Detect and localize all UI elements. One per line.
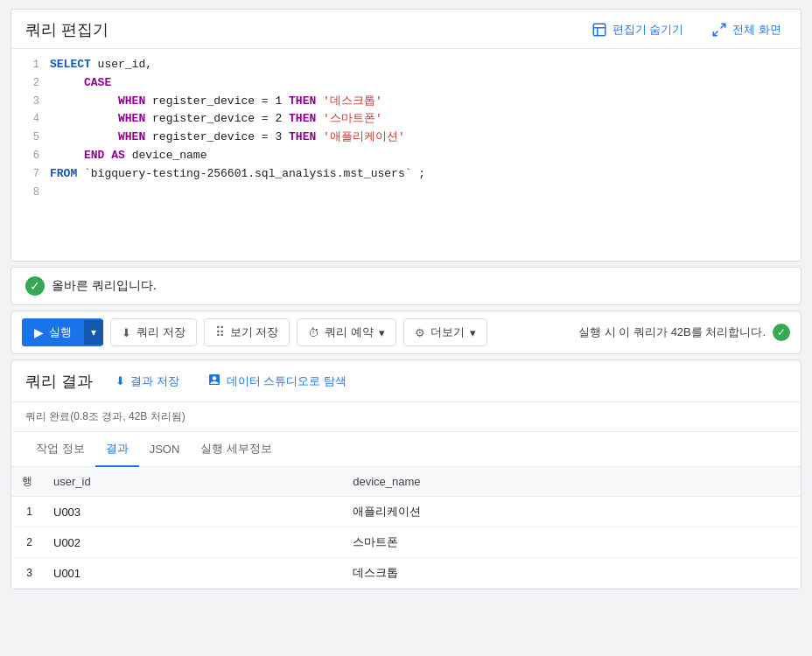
more-button[interactable]: ⚙ 더보기 ▾ xyxy=(403,318,487,346)
code-line-5: 5 WHEN register_device = 3 THEN '애플리케이션' xyxy=(11,129,801,147)
explore-icon xyxy=(207,373,221,389)
code-line-4: 4 WHEN register_device = 2 THEN '스마트폰' xyxy=(11,110,801,129)
table-row: 2 U002 스마트폰 xyxy=(11,527,801,558)
explore-button[interactable]: 데이터 스튜디오로 탐색 xyxy=(202,369,352,393)
run-button-group: ▶ 실행 ▾ xyxy=(22,318,103,346)
editor-section: 쿼리 편집기 편집기 숨기기 xyxy=(10,9,802,262)
code-line-3: 3 WHEN register_device = 1 THEN '데스크톱' xyxy=(11,93,801,111)
row-num-3: 3 xyxy=(11,558,43,589)
results-title: 쿼리 결과 xyxy=(25,371,93,392)
code-line-8: 8 xyxy=(11,184,801,202)
cell-user-id-2: U002 xyxy=(43,527,342,558)
code-line-6: 6 END AS device_name xyxy=(11,147,801,165)
col-header-user-id: user_id xyxy=(43,467,342,497)
cell-user-id-1: U003 xyxy=(43,497,342,527)
page-container: 쿼리 편집기 편집기 숨기기 xyxy=(0,9,812,656)
results-header: 쿼리 결과 ⬇ 결과 저장 데이터 스튜디오로 탐색 xyxy=(11,360,801,402)
cell-device-name-2: 스마트폰 xyxy=(342,527,801,558)
code-line-1: 1 SELECT user_id, xyxy=(11,56,801,74)
save-result-icon: ⬇ xyxy=(116,374,125,387)
save-result-button[interactable]: ⬇ 결과 저장 xyxy=(110,370,185,393)
gear-icon: ⚙ xyxy=(415,326,425,339)
save-view-button[interactable]: ⠿ 보기 저장 xyxy=(204,318,290,346)
save-query-icon: ⬇ xyxy=(122,326,131,339)
col-header-row: 행 xyxy=(11,467,43,497)
svg-line-3 xyxy=(721,24,725,28)
tab-job-info[interactable]: 작업 정보 xyxy=(25,432,95,467)
query-size-info: 실행 시 이 쿼리가 42B를 처리합니다. ✓ xyxy=(578,324,790,341)
run-dropdown-button[interactable]: ▾ xyxy=(84,320,103,345)
more-chevron-icon: ▾ xyxy=(470,326,476,339)
validation-message: 올바른 쿼리입니다. xyxy=(52,278,157,294)
validation-bar: ✓ 올바른 쿼리입니다. xyxy=(10,267,802,305)
schedule-query-button[interactable]: ⏱ 쿼리 예약 ▾ xyxy=(297,318,396,346)
query-complete-info: 쿼리 완료(0.8조 경과, 42B 처리됨) xyxy=(11,402,801,432)
hide-editor-button[interactable]: 편집기 숨기기 xyxy=(586,18,690,41)
svg-rect-0 xyxy=(593,24,606,36)
schedule-chevron-icon: ▾ xyxy=(379,326,385,339)
save-query-button[interactable]: ⬇ 쿼리 저장 xyxy=(110,318,197,346)
code-line-2: 2 CASE xyxy=(11,74,801,93)
tab-result[interactable]: 결과 xyxy=(95,432,139,467)
result-table-container[interactable]: 행 user_id device_name 1 U003 애플 xyxy=(11,467,801,589)
code-editor[interactable]: 1 SELECT user_id, 2 CASE 3 WHEN register… xyxy=(11,49,801,261)
toolbar: ▶ 실행 ▾ ⬇ 쿼리 저장 ⠿ 보기 저장 ⏱ 쿼리 예약 ▾ ⚙ 더보기 ▾… xyxy=(10,311,802,354)
run-chevron-icon: ▾ xyxy=(91,326,96,338)
code-line-7: 7 FROM `bigquery-testing-256601.sql_anal… xyxy=(11,165,801,184)
result-table: 행 user_id device_name 1 U003 애플 xyxy=(11,467,801,589)
save-view-icon: ⠿ xyxy=(215,325,225,340)
cell-device-name-3: 데스크톱 xyxy=(342,558,801,589)
run-button[interactable]: ▶ 실행 xyxy=(22,318,84,346)
col-header-device-name: device_name xyxy=(342,467,801,497)
tab-json[interactable]: JSON xyxy=(139,434,191,466)
tabs-bar: 작업 정보 결과 JSON 실행 세부정보 xyxy=(11,432,801,467)
validation-check-icon: ✓ xyxy=(25,276,45,296)
results-section: 쿼리 결과 ⬇ 결과 저장 데이터 스튜디오로 탐색 쿼리 완료(0.8조 경과… xyxy=(10,359,802,590)
editor-actions: 편집기 숨기기 전체 화면 xyxy=(586,18,787,41)
cell-device-name-1: 애플리케이션 xyxy=(342,497,801,527)
svg-line-4 xyxy=(714,31,718,36)
row-num-1: 1 xyxy=(11,497,43,527)
fullscreen-button[interactable]: 전체 화면 xyxy=(706,18,787,41)
hide-editor-icon xyxy=(592,22,607,38)
row-num-2: 2 xyxy=(11,527,43,558)
table-row: 1 U003 애플리케이션 xyxy=(11,497,801,527)
table-row: 3 U001 데스크톱 xyxy=(11,558,801,589)
query-size-check-icon: ✓ xyxy=(773,324,790,341)
tab-exec-detail[interactable]: 실행 세부정보 xyxy=(190,432,283,467)
editor-header: 쿼리 편집기 편집기 숨기기 xyxy=(11,10,801,49)
cell-user-id-3: U001 xyxy=(43,558,342,589)
clock-icon: ⏱ xyxy=(308,326,319,339)
editor-title: 쿼리 편집기 xyxy=(25,19,108,40)
fullscreen-icon xyxy=(711,22,727,38)
run-play-icon: ▶ xyxy=(34,325,44,339)
